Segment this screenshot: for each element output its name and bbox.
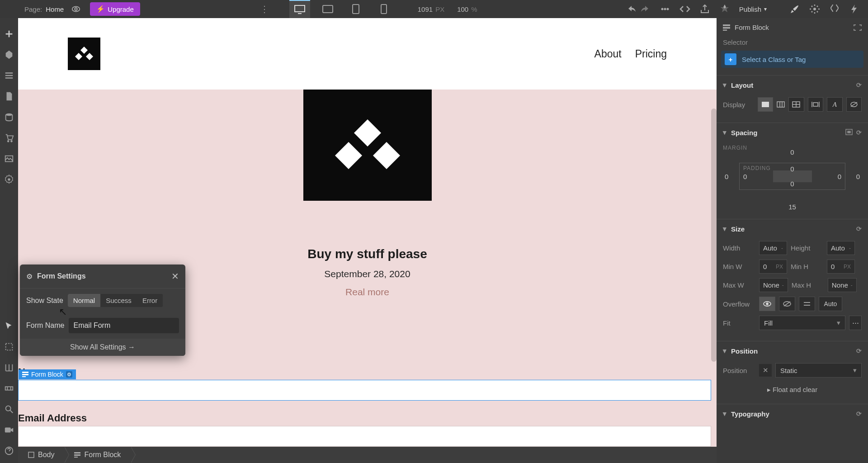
- cursor-tool-icon[interactable]: [4, 321, 14, 331]
- show-all-settings-button[interactable]: Show All Settings →: [20, 339, 185, 356]
- page-name-dropdown[interactable]: Home: [46, 5, 64, 13]
- code-icon[interactable]: [679, 4, 690, 14]
- canvas-scrollbar[interactable]: [711, 109, 717, 362]
- selection-tag-settings-icon[interactable]: ⚙: [66, 371, 72, 378]
- size-section-header[interactable]: ▾Size⟳: [717, 219, 868, 238]
- help-icon[interactable]: [4, 446, 14, 456]
- preview-eye-icon[interactable]: [71, 4, 81, 14]
- undo-icon[interactable]: [626, 4, 637, 14]
- float-clear-toggle[interactable]: ▸ Float and clear: [723, 382, 862, 397]
- overflow-visible-button[interactable]: [759, 297, 775, 311]
- nav-pricing-link[interactable]: Pricing: [635, 48, 667, 60]
- xray-icon[interactable]: [4, 383, 14, 393]
- navigator-icon[interactable]: [4, 71, 14, 80]
- focus-mode-icon[interactable]: [854, 24, 862, 31]
- margin-bottom-value[interactable]: 15: [788, 203, 796, 211]
- device-desktop-button[interactable]: [289, 0, 310, 18]
- form-name-label[interactable]: Name: [18, 364, 711, 380]
- hero-readmore-link[interactable]: Real more: [345, 287, 389, 298]
- ecommerce-icon[interactable]: [4, 133, 14, 143]
- display-grid-button[interactable]: [788, 97, 804, 112]
- form-email-input[interactable]: [18, 426, 711, 447]
- form-email-label[interactable]: Email Address: [18, 410, 711, 426]
- typography-section-header[interactable]: ▾Typography⟳: [717, 404, 868, 423]
- upgrade-button[interactable]: ⚡ Upgrade: [90, 2, 140, 16]
- assets-icon[interactable]: [4, 154, 14, 164]
- audit-icon[interactable]: [719, 4, 730, 14]
- display-block-button[interactable]: [758, 97, 773, 112]
- section-reset-icon[interactable]: ⟳: [856, 410, 862, 417]
- hero-image[interactable]: [303, 90, 432, 201]
- breadcrumb-form-block[interactable]: Form Block: [64, 447, 131, 463]
- layout-section-header[interactable]: ▾Layout⟳: [717, 76, 868, 94]
- device-mobile-button[interactable]: [373, 0, 394, 18]
- class-selector-input[interactable]: + Select a Class or Tag: [721, 51, 863, 68]
- spacing-section-header[interactable]: ▾Spacing ⟳: [717, 123, 868, 142]
- display-flex-button[interactable]: [777, 101, 785, 108]
- box-edit-icon[interactable]: [4, 342, 14, 352]
- publish-dropdown[interactable]: Publish▾: [739, 5, 767, 13]
- display-inline-button[interactable]: A: [827, 97, 842, 112]
- form-name-input[interactable]: Form Block ⚙: [18, 380, 711, 401]
- hero-date[interactable]: September 28, 2020: [324, 269, 410, 279]
- minw-input[interactable]: 0PX: [759, 260, 787, 274]
- settings-icon[interactable]: [4, 175, 14, 184]
- overflow-hidden-button[interactable]: [779, 297, 795, 311]
- form-name-field[interactable]: [69, 318, 179, 333]
- minh-input[interactable]: 0PX: [827, 260, 855, 274]
- selection-tag[interactable]: Form Block ⚙: [19, 369, 76, 379]
- fit-more-icon[interactable]: ⋯: [849, 316, 862, 330]
- spacing-mode-icon[interactable]: [845, 129, 853, 136]
- add-class-icon[interactable]: +: [725, 53, 736, 65]
- grid-icon[interactable]: [4, 363, 14, 373]
- maxw-input[interactable]: None-: [759, 278, 788, 292]
- device-tablet-landscape-button[interactable]: [317, 0, 338, 18]
- pages-icon[interactable]: [4, 91, 14, 101]
- canvas-width-readout[interactable]: 1091PX: [415, 5, 447, 13]
- display-inline-block-button[interactable]: [808, 97, 823, 112]
- breadcrumb-body[interactable]: Body: [18, 447, 64, 463]
- device-tablet-portrait-button[interactable]: [345, 0, 366, 18]
- display-none-button[interactable]: [846, 97, 862, 112]
- section-reset-icon[interactable]: ⟳: [856, 129, 862, 136]
- spacing-editor[interactable]: MARGIN 0 0 15 0 PADDING 0 0 0 0: [723, 145, 862, 213]
- add-element-icon[interactable]: [4, 29, 14, 39]
- search-icon[interactable]: [4, 404, 14, 414]
- site-header[interactable]: About Pricing: [18, 18, 717, 90]
- section-reset-icon[interactable]: ⟳: [856, 347, 862, 354]
- export-icon[interactable]: [699, 4, 710, 14]
- state-error-button[interactable]: Error: [137, 294, 163, 307]
- position-select[interactable]: Static: [775, 363, 862, 378]
- symbols-icon[interactable]: [4, 50, 14, 60]
- style-brush-icon[interactable]: [789, 4, 800, 14]
- padding-left-value[interactable]: 0: [743, 173, 747, 180]
- interactions-icon[interactable]: [829, 4, 840, 14]
- margin-left-value[interactable]: 0: [725, 173, 728, 180]
- section-reset-icon[interactable]: ⟳: [856, 81, 862, 89]
- position-clear-icon[interactable]: ✕: [759, 364, 772, 377]
- padding-top-value[interactable]: 0: [790, 165, 794, 173]
- state-success-button[interactable]: Success: [100, 294, 137, 307]
- zoom-readout[interactable]: 100%: [454, 5, 480, 13]
- interactions-bolt-icon[interactable]: [849, 4, 860, 14]
- nav-about-link[interactable]: About: [594, 48, 622, 60]
- padding-bottom-value[interactable]: 0: [790, 180, 794, 188]
- comments-icon[interactable]: [660, 4, 670, 14]
- margin-right-value[interactable]: 0: [856, 173, 860, 180]
- hero-headline[interactable]: Buy my stuff please: [307, 247, 427, 261]
- video-icon[interactable]: [4, 425, 14, 435]
- section-reset-icon[interactable]: ⟳: [856, 225, 862, 232]
- padding-right-value[interactable]: 0: [838, 173, 841, 180]
- close-icon[interactable]: ✕: [171, 271, 179, 282]
- margin-top-value[interactable]: 0: [790, 148, 794, 156]
- position-section-header[interactable]: ▾Position⟳: [717, 341, 868, 360]
- redo-icon[interactable]: [640, 4, 651, 14]
- overflow-auto-button[interactable]: Auto: [819, 297, 842, 311]
- height-input[interactable]: Auto-: [827, 241, 855, 255]
- cms-icon[interactable]: [4, 112, 14, 122]
- settings-gear-icon[interactable]: [809, 4, 820, 14]
- kebab-menu-icon[interactable]: ⋮: [258, 4, 271, 14]
- state-normal-button[interactable]: Normal: [68, 294, 100, 307]
- site-logo[interactable]: [68, 38, 100, 70]
- width-input[interactable]: Auto-: [759, 241, 787, 255]
